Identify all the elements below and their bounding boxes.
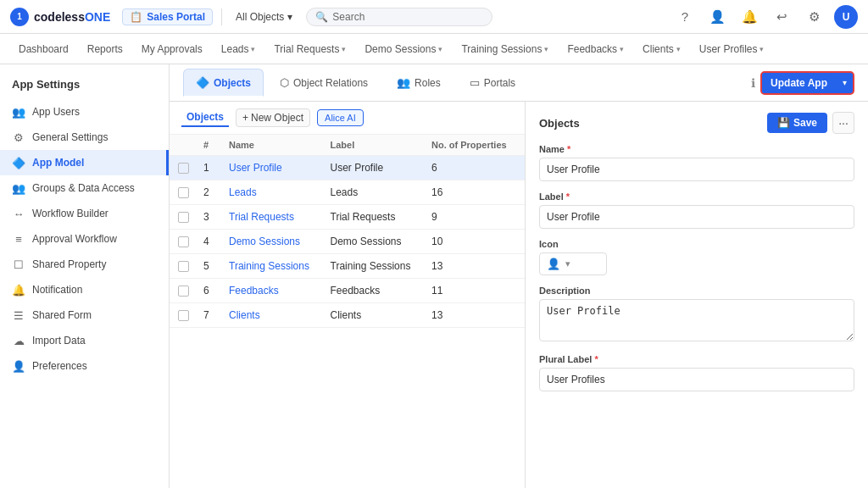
row-name-link[interactable]: Demo Sessions xyxy=(229,236,331,247)
nav-item-approvals[interactable]: My Approvals xyxy=(133,38,211,60)
app-badge-icon: 📋 xyxy=(130,11,142,23)
update-app-button[interactable]: Update App ▾ xyxy=(760,71,854,95)
roles-tab-icon: 👥 xyxy=(397,76,410,89)
sidebar-item-preferences[interactable]: 👤 Preferences xyxy=(0,353,169,379)
more-options-button[interactable]: ··· xyxy=(832,112,854,134)
row-checkbox[interactable] xyxy=(178,187,189,198)
save-icon: 💾 xyxy=(777,117,790,129)
sidebar-item-shared-form[interactable]: ☰ Shared Form xyxy=(0,302,169,328)
description-textarea[interactable]: User Profile xyxy=(539,299,854,341)
chevron-down-icon: ▾ xyxy=(438,45,442,53)
update-app-dropdown-button[interactable]: ▾ xyxy=(837,74,853,92)
history-icon-button[interactable]: ↩ xyxy=(770,5,793,29)
cube-icon: 🔷 xyxy=(12,156,25,169)
tab-objects[interactable]: 🔷 Objects xyxy=(183,69,264,97)
plus-icon: + xyxy=(242,112,248,124)
tab-object-relations[interactable]: ⬡ Object Relations xyxy=(267,69,381,97)
chevron-down-icon: ▾ xyxy=(760,45,764,53)
search-bar[interactable]: 🔍 xyxy=(306,8,492,26)
icon-field-label: Icon xyxy=(539,239,854,249)
sidebar-item-general-settings[interactable]: ⚙ General Settings xyxy=(0,125,169,150)
row-name-link[interactable]: User Profile xyxy=(229,162,331,174)
nav-item-user-profiles[interactable]: User Profiles▾ xyxy=(691,38,773,60)
header-actions: ? 👤 🔔 ↩ ⚙ U xyxy=(673,5,858,29)
nav-item-training-sessions[interactable]: Training Sessions▾ xyxy=(453,38,557,60)
workflow-icon: ↔ xyxy=(12,207,25,220)
sidebar-item-app-users[interactable]: 👥 App Users xyxy=(0,99,169,125)
row-name-link[interactable]: Training Sessions xyxy=(229,260,331,272)
notifications-icon-button[interactable]: 🔔 xyxy=(737,5,761,29)
row-checkbox[interactable] xyxy=(178,261,189,272)
portals-tab-icon: ▭ xyxy=(470,76,480,89)
icon-select-dropdown[interactable]: 👤 ▾ xyxy=(539,252,607,275)
nav-item-reports[interactable]: Reports xyxy=(79,38,131,60)
tab-actions: ℹ Update App ▾ xyxy=(751,71,854,95)
gear-icon: ⚙ xyxy=(12,130,25,144)
label-field-label: Label * xyxy=(539,191,854,202)
sidebar-item-groups-data-access[interactable]: 👥 Groups & Data Access xyxy=(0,175,169,201)
table-row[interactable]: 5 Training Sessions Training Sessions 13 xyxy=(170,254,525,279)
panel-actions: 💾 Save ··· xyxy=(767,112,854,134)
field-group-icon: Icon 👤 ▾ xyxy=(539,239,854,275)
row-name-link[interactable]: Feedbacks xyxy=(229,285,331,297)
row-checkbox[interactable] xyxy=(178,310,189,321)
info-icon[interactable]: ℹ xyxy=(751,76,755,90)
nav-item-trial-requests[interactable]: Trial Requests▾ xyxy=(265,38,354,60)
nav-item-demo-sessions[interactable]: Demo Sessions▾ xyxy=(356,38,451,60)
sidebar-item-notification[interactable]: 🔔 Notification xyxy=(0,277,169,302)
field-group-name: Name * xyxy=(539,144,854,181)
update-app-main-button[interactable]: Update App xyxy=(762,73,836,93)
new-object-button[interactable]: + New Object xyxy=(236,108,310,127)
nav-item-leads[interactable]: Leads▾ xyxy=(213,38,264,60)
app-name-badge[interactable]: 📋 Sales Portal xyxy=(122,8,213,25)
all-objects-button[interactable]: All Objects ▾ xyxy=(231,8,298,25)
table-row[interactable]: 4 Demo Sessions Demo Sessions 10 xyxy=(170,230,525,254)
alice-ai-button[interactable]: Alice AI xyxy=(317,109,364,126)
nav-bar: Dashboard Reports My Approvals Leads▾ Tr… xyxy=(0,34,868,64)
sidebar-item-workflow-builder[interactable]: ↔ Workflow Builder xyxy=(0,201,169,226)
row-checkbox[interactable] xyxy=(178,212,189,223)
plural-label-field-input[interactable] xyxy=(539,368,854,391)
name-field-input[interactable] xyxy=(539,158,854,181)
help-icon-button[interactable]: ? xyxy=(673,5,697,29)
label-field-input[interactable] xyxy=(539,205,854,229)
field-group-label: Label * xyxy=(539,191,854,229)
tab-bar: 🔷 Objects ⬡ Object Relations 👥 Roles ▭ P… xyxy=(170,64,868,102)
field-group-description: Description User Profile xyxy=(539,286,854,344)
row-name-link[interactable]: Clients xyxy=(229,309,331,321)
table-row[interactable]: 7 Clients Clients 13 xyxy=(170,303,525,328)
sidebar-item-approval-workflow[interactable]: ≡ Approval Workflow xyxy=(0,226,169,252)
tab-roles[interactable]: 👥 Roles xyxy=(384,69,453,97)
tab-portals[interactable]: ▭ Portals xyxy=(457,69,528,97)
nav-item-dashboard[interactable]: Dashboard xyxy=(10,38,77,60)
required-indicator: * xyxy=(594,354,598,364)
table-row[interactable]: 6 Feedbacks Feedbacks 11 xyxy=(170,279,525,303)
users-icon-button[interactable]: 👤 xyxy=(705,5,729,29)
left-panel: Objects + New Object Alice AI # Name Lab… xyxy=(170,102,526,488)
save-button[interactable]: 💾 Save xyxy=(767,113,827,133)
objects-sub-tab[interactable]: Objects xyxy=(181,108,229,127)
pref-icon: 👤 xyxy=(12,359,25,373)
table-row[interactable]: 1 User Profile User Profile 6 xyxy=(170,156,525,180)
table-row[interactable]: 2 Leads Leads 16 xyxy=(170,180,525,205)
users-icon: 👥 xyxy=(12,105,25,119)
nav-item-feedbacks[interactable]: Feedbacks▾ xyxy=(559,38,632,60)
sidebar-item-import-data[interactable]: ☁ Import Data xyxy=(0,328,169,353)
row-checkbox[interactable] xyxy=(178,286,189,297)
row-name-link[interactable]: Trial Requests xyxy=(229,211,331,223)
nav-item-clients[interactable]: Clients▾ xyxy=(634,38,689,60)
sidebar-item-shared-property[interactable]: ☐ Shared Property xyxy=(0,252,169,277)
search-input[interactable] xyxy=(332,11,451,23)
row-checkbox[interactable] xyxy=(178,163,189,174)
sidebar-item-app-model[interactable]: 🔷 App Model xyxy=(0,150,169,175)
user-avatar-button[interactable]: U xyxy=(834,5,858,29)
chevron-down-icon: ▾ xyxy=(620,45,624,53)
logo-icon: 1 xyxy=(10,8,29,26)
chevron-down-icon: ▾ xyxy=(544,45,548,53)
objects-area: Objects + New Object Alice AI # Name Lab… xyxy=(170,102,868,488)
settings-icon-button[interactable]: ⚙ xyxy=(802,5,826,29)
table-row[interactable]: 3 Trial Requests Trial Requests 9 xyxy=(170,205,525,230)
object-relations-tab-icon: ⬡ xyxy=(280,76,289,89)
row-name-link[interactable]: Leads xyxy=(229,186,331,198)
row-checkbox[interactable] xyxy=(178,236,189,247)
